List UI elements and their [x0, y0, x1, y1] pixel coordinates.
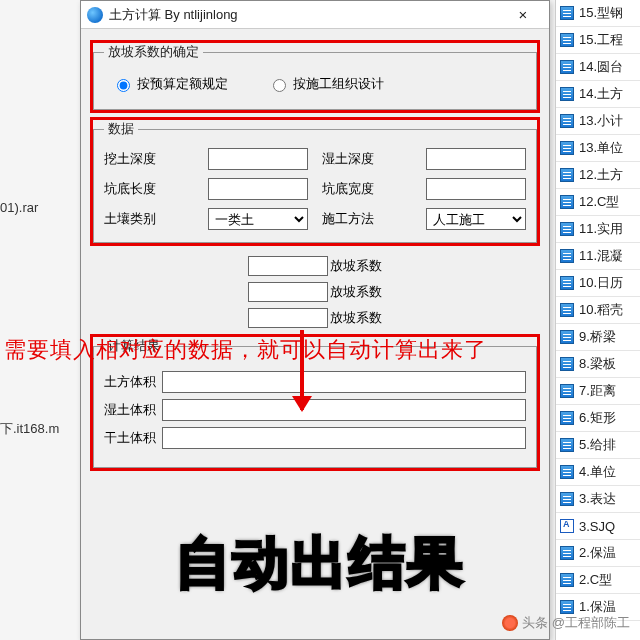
slope-coef-rows: 放坡系数 放坡系数 放坡系数 — [93, 253, 537, 331]
list-item[interactable]: 12.C型 — [556, 189, 640, 216]
radio-by-construction[interactable]: 按施工组织设计 — [268, 75, 384, 93]
label-dig-depth: 挖土深度 — [104, 150, 194, 168]
list-item[interactable]: 11.实用 — [556, 216, 640, 243]
input-slope-coef-1[interactable] — [248, 256, 328, 276]
label-soil-type: 土壤类别 — [104, 210, 194, 228]
label-slope-coef: 放坡系数 — [330, 283, 382, 301]
file-icon — [560, 276, 574, 290]
select-method[interactable]: 人工施工 — [426, 208, 526, 230]
window-title: 土方计算 By ntlijinlong — [109, 6, 503, 24]
output-earth-volume[interactable] — [162, 371, 526, 393]
label-wet-volume: 湿土体积 — [104, 401, 156, 419]
input-dig-depth[interactable] — [208, 148, 308, 170]
list-item[interactable]: 14.土方 — [556, 81, 640, 108]
file-icon — [560, 492, 574, 506]
radio-by-construction-input[interactable] — [273, 79, 286, 92]
list-item[interactable]: 13.小计 — [556, 108, 640, 135]
file-icon — [560, 411, 574, 425]
list-item[interactable]: 5.给排 — [556, 432, 640, 459]
group-legend: 数据 — [104, 120, 138, 138]
annotation-text: 需要填入相对应的数据，就可以自动计算出来了 — [0, 335, 640, 365]
label-wet-depth: 湿土深度 — [322, 150, 412, 168]
toutiao-icon — [502, 615, 518, 631]
label-earth-volume: 土方体积 — [104, 373, 156, 391]
label-pit-length: 坑底长度 — [104, 180, 194, 198]
label-method: 施工方法 — [322, 210, 412, 228]
label-pit-width: 坑底宽度 — [322, 180, 412, 198]
list-item[interactable]: 13.单位 — [556, 135, 640, 162]
file-icon — [560, 303, 574, 317]
file-icon — [560, 141, 574, 155]
input-slope-coef-3[interactable] — [248, 308, 328, 328]
output-wet-volume[interactable] — [162, 399, 526, 421]
label-dry-volume: 干土体积 — [104, 429, 156, 447]
bg-filename: 01).rar — [0, 200, 38, 215]
file-icon — [560, 6, 574, 20]
file-icon — [560, 60, 574, 74]
input-pit-width[interactable] — [426, 178, 526, 200]
list-item[interactable]: 12.土方 — [556, 162, 640, 189]
list-item[interactable]: 10.稻壳 — [556, 297, 640, 324]
group-slope-coefficient: 放坡系数的确定 按预算定额规定 按施工组织设计 — [93, 43, 537, 110]
file-icon — [560, 33, 574, 47]
list-item[interactable]: 11.混凝 — [556, 243, 640, 270]
list-item[interactable]: 4.单位 — [556, 459, 640, 486]
output-dry-volume[interactable] — [162, 427, 526, 449]
select-soil-type[interactable]: 一类土 — [208, 208, 308, 230]
file-icon — [560, 168, 574, 182]
app-icon — [87, 7, 103, 23]
watermark: 头条 @工程部陈工 — [502, 614, 630, 632]
input-slope-coef-2[interactable] — [248, 282, 328, 302]
list-item[interactable]: 3.表达 — [556, 486, 640, 513]
list-item[interactable]: 7.距离 — [556, 378, 640, 405]
list-item[interactable]: 10.日历 — [556, 270, 640, 297]
list-item[interactable]: 6.矩形 — [556, 405, 640, 432]
bg-filename: 下.it168.m — [0, 420, 59, 438]
label-slope-coef: 放坡系数 — [330, 257, 382, 275]
radio-by-budget[interactable]: 按预算定额规定 — [112, 75, 228, 93]
big-caption: 自动出结果 — [0, 526, 640, 602]
radio-by-budget-input[interactable] — [117, 79, 130, 92]
file-icon — [560, 465, 574, 479]
input-pit-length[interactable] — [208, 178, 308, 200]
file-icon — [560, 195, 574, 209]
close-button[interactable]: × — [503, 1, 543, 28]
file-icon — [560, 249, 574, 263]
label-slope-coef: 放坡系数 — [330, 309, 382, 327]
group-legend: 放坡系数的确定 — [104, 43, 203, 61]
list-item[interactable]: 15.型钢 — [556, 0, 640, 27]
list-item[interactable]: 15.工程 — [556, 27, 640, 54]
file-icon — [560, 384, 574, 398]
input-wet-depth[interactable] — [426, 148, 526, 170]
file-icon — [560, 114, 574, 128]
file-icon — [560, 87, 574, 101]
file-icon — [560, 438, 574, 452]
file-icon — [560, 222, 574, 236]
list-item[interactable]: 14.圆台 — [556, 54, 640, 81]
titlebar: 土方计算 By ntlijinlong × — [81, 1, 549, 29]
group-data: 数据 挖土深度 湿土深度 坑底长度 坑底宽度 土壤类别 一类土 施工方法 人工施… — [93, 120, 537, 243]
file-icon — [560, 600, 574, 614]
